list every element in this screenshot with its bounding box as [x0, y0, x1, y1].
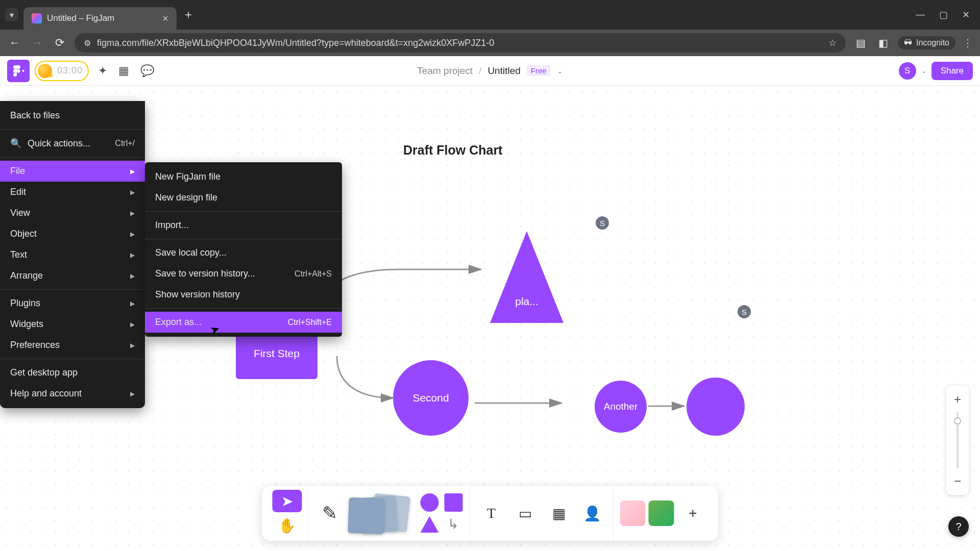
text-tool[interactable]: T: [477, 498, 506, 528]
menu-file[interactable]: File▶: [0, 161, 145, 182]
menu-separator: [0, 289, 145, 290]
timer-widget[interactable]: ★ 03:00: [35, 61, 89, 81]
close-tab-icon[interactable]: ×: [162, 13, 168, 24]
zoom-out-button[interactable]: −: [946, 471, 969, 491]
chevron-right-icon: ▶: [130, 210, 135, 217]
shapes-tool[interactable]: ↳: [419, 493, 464, 534]
shape-second[interactable]: Second: [393, 360, 469, 436]
menu-text[interactable]: Text▶: [0, 244, 145, 265]
share-button[interactable]: Share: [932, 62, 973, 80]
canvas-title[interactable]: Draft Flow Chart: [403, 143, 502, 158]
submenu-new-figjam[interactable]: New FigJam file: [145, 166, 342, 187]
table-tool[interactable]: ▦: [544, 498, 574, 528]
sticker-icon: [649, 500, 674, 526]
tab-search-dropdown[interactable]: ▾: [5, 8, 18, 21]
menu-object[interactable]: Object▶: [0, 223, 145, 244]
menu-back-to-files[interactable]: Back to files: [0, 105, 145, 126]
new-tab-button[interactable]: +: [185, 8, 192, 22]
zoom-slider[interactable]: [957, 412, 959, 468]
menu-widgets[interactable]: Widgets▶: [0, 314, 145, 335]
main-menu-button[interactable]: ▾: [7, 60, 30, 82]
marker-tool[interactable]: ✎: [315, 498, 345, 528]
canvas[interactable]: Draft Flow Chart First Step pla... Secon…: [0, 86, 980, 551]
plan-badge[interactable]: Free: [527, 65, 551, 76]
menu-separator: [145, 239, 342, 239]
chevron-right-icon: ▶: [130, 390, 135, 397]
close-window-icon[interactable]: ✕: [962, 9, 970, 20]
user-menu-caret-icon[interactable]: ⌄: [921, 67, 926, 74]
select-tool[interactable]: ➤: [273, 490, 302, 512]
menu-preferences[interactable]: Preferences▶: [0, 335, 145, 356]
figma-logo-icon: [13, 65, 21, 77]
add-widget-button[interactable]: +: [678, 498, 708, 528]
stamp-tool[interactable]: 👤: [578, 498, 607, 528]
menu-label: Plugins: [10, 298, 40, 309]
shape-another[interactable]: Another: [595, 381, 647, 433]
browser-tab[interactable]: Untitled – FigJam ×: [23, 7, 177, 30]
menu-label: Edit: [10, 187, 26, 197]
minimize-icon[interactable]: —: [916, 9, 925, 20]
hand-tool[interactable]: ✋: [273, 514, 302, 537]
breadcrumb-caret-icon[interactable]: ⌄: [557, 67, 563, 75]
menu-quick-actions[interactable]: 🔍 Quick actions... Ctrl+/: [0, 133, 145, 154]
main-menu-dropdown: Back to files 🔍 Quick actions... Ctrl+/ …: [0, 101, 145, 408]
ai-sparkle-icon[interactable]: ✦: [98, 64, 107, 78]
zoom-slider-thumb[interactable]: [954, 417, 961, 424]
menu-label: View: [10, 208, 30, 218]
menu-label: Widgets: [10, 319, 43, 330]
side-panel-icon[interactable]: ◧: [875, 37, 891, 49]
section-tool[interactable]: ▭: [510, 498, 540, 528]
submenu-save-local[interactable]: Save local copy...: [145, 242, 342, 263]
submenu-new-design[interactable]: New design file: [145, 187, 342, 208]
star-icon: ★: [47, 70, 54, 80]
menu-label: Help and account: [10, 388, 82, 399]
reading-list-icon[interactable]: ▤: [853, 37, 868, 49]
submenu-import[interactable]: Import...: [145, 215, 342, 236]
address-bar[interactable]: ⚙ figma.com/file/XRxbBjeWLbiQHPOO41JyWm/…: [75, 33, 846, 53]
sticky-note-tool[interactable]: [349, 493, 415, 534]
help-button[interactable]: ?: [948, 516, 969, 537]
menu-help-account[interactable]: Help and account▶: [0, 383, 145, 404]
menu-label: Object: [10, 229, 37, 239]
app-header: ▾ ★ 03:00 ✦ ▦ 💬 Team project / Untitled …: [0, 56, 980, 86]
browser-menu-icon[interactable]: ⋮: [963, 37, 973, 49]
browser-nav-bar: ← → ⟳ ⚙ figma.com/file/XRxbBjeWLbiQHPOO4…: [0, 30, 980, 56]
grid-view-icon[interactable]: ▦: [118, 64, 129, 78]
menu-arrange[interactable]: Arrange▶: [0, 265, 145, 286]
forward-button[interactable]: →: [30, 36, 45, 49]
site-settings-icon[interactable]: ⚙: [84, 38, 91, 48]
shape-blank-circle[interactable]: [687, 378, 745, 436]
breadcrumb-separator: /: [479, 65, 481, 77]
menu-separator: [0, 129, 145, 130]
menu-label: New FigJam file: [155, 171, 220, 182]
shape-label: Second: [412, 392, 449, 404]
file-title[interactable]: Untitled: [487, 65, 520, 77]
maximize-icon[interactable]: ▢: [939, 9, 948, 20]
submenu-show-history[interactable]: Show version history: [145, 284, 342, 305]
menu-get-desktop-app[interactable]: Get desktop app: [0, 362, 145, 383]
svg-point-0: [16, 69, 20, 72]
menu-view[interactable]: View▶: [0, 203, 145, 223]
submenu-export-as[interactable]: Export as... Ctrl+Shift+E: [145, 312, 342, 333]
team-name[interactable]: Team project: [417, 65, 473, 77]
menu-plugins[interactable]: Plugins▶: [0, 293, 145, 314]
collaborator-cursor: S: [595, 215, 610, 231]
incognito-badge[interactable]: 🕶 Incognito: [898, 36, 955, 49]
zoom-in-button[interactable]: +: [946, 390, 969, 409]
comments-icon[interactable]: 💬: [140, 64, 154, 78]
submenu-save-version[interactable]: Save to version history... Ctrl+Alt+S: [145, 263, 342, 284]
current-user-avatar[interactable]: S: [899, 62, 916, 80]
shape-triangle[interactable]: pla...: [490, 231, 564, 323]
connector-arrow: [317, 259, 486, 320]
shape-label: Another: [604, 402, 638, 412]
menu-label: Save to version history...: [155, 268, 255, 279]
menu-label: File: [10, 166, 25, 177]
reload-button[interactable]: ⟳: [52, 36, 67, 49]
connector-icon: ↳: [448, 516, 459, 532]
menu-label: Export as...: [155, 317, 202, 328]
stickers-tool[interactable]: [620, 500, 674, 526]
chevron-right-icon: ▶: [130, 252, 135, 259]
bookmark-icon[interactable]: ☆: [828, 37, 837, 48]
menu-edit[interactable]: Edit▶: [0, 182, 145, 203]
back-button[interactable]: ←: [7, 36, 22, 49]
